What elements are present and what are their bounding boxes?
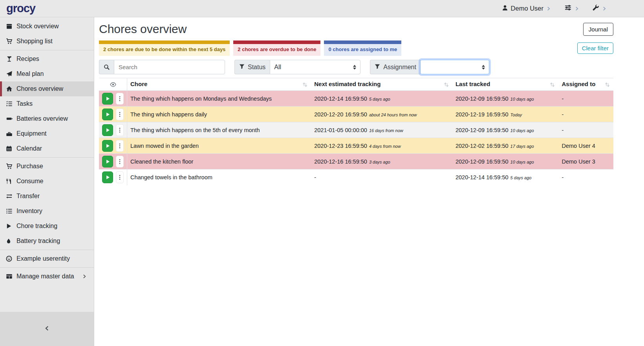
sidebar-item-inventory[interactable]: Inventory [0,204,94,219]
journal-button[interactable]: Journal [583,23,613,36]
last-tracked-relative: 10 days ago [510,128,534,133]
user-menu-label: Demo User [511,5,543,12]
play-icon [6,223,13,229]
sidebar-item-batteries-overview[interactable]: Batteries overview [0,111,94,126]
battery-icon [6,116,13,122]
row-menu-button[interactable] [116,156,124,167]
sidebar-item-chore-tracking[interactable]: Chore tracking [0,219,94,234]
sidebar-collapse-button[interactable] [0,312,94,346]
last-tracked-relative: Today [510,112,522,117]
track-chore-button[interactable] [102,171,113,183]
admin-menu[interactable] [593,4,607,13]
assignment-filter-select[interactable] [420,60,489,74]
user-icon [502,5,508,13]
row-menu-button[interactable] [116,93,124,105]
chore-name[interactable]: The thing which happens on the 5th of ev… [127,122,311,138]
calendar-icon [6,145,13,152]
assigned-to: Demo User 4 [558,138,613,154]
table-row: The thing which happens on Mondays and W… [99,91,613,107]
sidebar-item-tasks[interactable]: Tasks [0,96,94,111]
sidebar-item-label: Stock overview [16,23,59,30]
next-tracking-relative: 16 days from now [369,128,403,133]
row-menu-button[interactable] [116,140,124,152]
last-tracked-timestamp: 2020-12-02 16:59:50 [456,143,509,149]
sidebar-item-chores-overview[interactable]: Chores overview [0,81,94,96]
sidebar-divider [0,50,94,50]
sidebar-item-label: Equipment [16,130,47,137]
sidebar-item-purchase[interactable]: Purchase [0,159,94,174]
sidebar-item-label: Inventory [16,208,42,215]
sidebar: Stock overview Shopping list Recipes Mea… [0,17,94,346]
column-visibility-toggle[interactable] [99,78,127,91]
utensils-icon [6,178,13,184]
chore-name[interactable]: Cleaned the kitchen floor [127,154,311,169]
track-chore-button[interactable] [102,140,113,152]
sidebar-item-label: Example userentity [16,255,70,262]
track-chore-button[interactable] [102,93,113,105]
last-tracked-relative: 17 days ago [510,144,534,149]
sidebar-item-stock-overview[interactable]: Stock overview [0,19,94,34]
table-row: Lawn mowed in the garden 2020-12-23 16:5… [99,138,613,154]
sidebar-item-equipment[interactable]: Equipment [0,126,94,141]
track-chore-button[interactable] [102,124,113,136]
user-menu[interactable]: Demo User [502,5,551,13]
search-input[interactable] [114,60,225,74]
row-menu-button[interactable] [116,171,124,183]
sidebar-item-label: Calendar [16,145,42,152]
sidebar-item-transfer[interactable]: Transfer [0,189,94,204]
column-header-next-tracking[interactable]: Next estimated tracking [311,78,452,91]
last-tracked-timestamp: 2020-12-19 16:59:50 [456,111,509,118]
status-filter-label: Status [248,64,265,71]
settings-menu[interactable] [564,4,579,13]
chore-name[interactable]: The thing which happens on Mondays and W… [127,91,311,107]
table-row: Cleaned the kitchen floor 2020-12-16 16:… [99,154,613,169]
column-header-last-tracked[interactable]: Last tracked [452,78,559,91]
last-tracked-relative: 10 days ago [510,97,534,101]
last-tracked-relative: 10 days ago [510,160,534,164]
assigned-to: Demo User 3 [558,154,613,169]
track-chore-button[interactable] [102,156,113,167]
last-tracked-timestamp: 2020-12-09 16:59:50 [456,96,509,102]
table-row: Changed towels in the bathroom - 2020-12… [99,169,613,185]
page-title: Chores overview [99,20,187,38]
sidebar-item-label: Shopping list [16,38,53,45]
sidebar-item-label: Consume [16,178,43,185]
status-filter-value: All [274,64,281,71]
row-menu-button[interactable] [116,109,124,120]
track-chore-button[interactable] [102,109,113,120]
clear-filter-button[interactable]: Clear filter [577,42,613,54]
assignment-filter-label: Assignment [383,64,416,71]
sidebar-item-recipes[interactable]: Recipes [0,52,94,66]
next-tracking-relative: 5 days ago [369,97,390,101]
assigned-banner: 0 chores are assigned to me [324,40,401,56]
chevron-right-icon [602,6,607,11]
last-tracked-timestamp: 2020-12-09 16:59:50 [456,127,509,133]
sidebar-item-manage-master-data[interactable]: Manage master data [0,269,94,284]
sidebar-item-consume[interactable]: Consume [0,174,94,189]
table-header-row: Chore Next estimated tracking Last track… [99,78,613,91]
status-filter-group: Status All [234,60,360,74]
chore-name[interactable]: The thing which happens daily [127,107,311,122]
assigned-to: - [558,107,613,122]
sidebar-item-label: Manage master data [16,273,74,280]
list-icon [6,208,13,214]
column-header-assigned-to[interactable]: Assigned to [558,78,613,91]
last-tracked-relative: 5 days ago [510,175,532,180]
sidebar-divider [0,250,94,250]
column-header-chore[interactable]: Chore [127,78,311,91]
sidebar-item-example-userentity[interactable]: Example userentity [0,251,94,266]
droplet-icon [6,238,13,244]
sidebar-item-battery-tracking[interactable]: Battery tracking [0,234,94,248]
box-icon [6,23,13,29]
sidebar-item-calendar[interactable]: Calendar [0,141,94,156]
sidebar-item-shopping-list[interactable]: Shopping list [0,34,94,49]
row-menu-button[interactable] [116,124,124,136]
next-tracking-timestamp: - [314,174,316,180]
table-row: The thing which happens on the 5th of ev… [99,122,613,138]
status-filter-select[interactable]: All [270,60,360,74]
app-logo[interactable]: grocy [0,2,94,15]
chore-name[interactable]: Changed towels in the bathroom [127,169,311,185]
toolbox-icon [6,131,13,137]
chore-name[interactable]: Lawn mowed in the garden [127,138,311,154]
sidebar-item-meal-plan[interactable]: Meal plan [0,66,94,81]
